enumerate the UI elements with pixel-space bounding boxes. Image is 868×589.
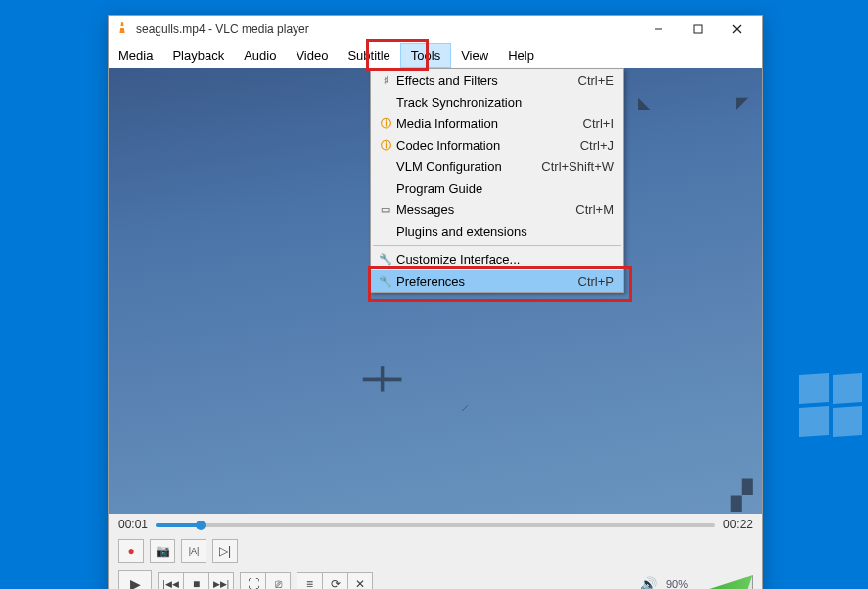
volume-slider[interactable] [698,575,753,589]
play-button[interactable]: ▶ [118,570,152,589]
menu-subtitle[interactable]: Subtitle [338,43,399,68]
main-controls: ▶ |◀◀ ■ ▶▶| ⛶ ⎚ ≡ ⟳ ✕ 🔊 90% [109,566,762,589]
menu-program-guide[interactable]: Program Guide [371,177,623,199]
menu-preferences[interactable]: 🔧 Preferences Ctrl+P [371,270,623,292]
vlc-window: seagulls.mp4 - VLC media player Media Pl… [108,15,763,589]
menu-audio[interactable]: Audio [234,43,286,68]
info-icon: ⓘ [375,138,396,153]
menu-vlm-config[interactable]: VLM Configuration Ctrl+Shift+W [371,156,623,177]
mute-icon[interactable]: 🔊 [640,576,657,589]
video-content: ⟋ [459,401,471,415]
menubar: Media Playback Audio Video Subtitle Tool… [109,43,762,68]
menu-codec-info[interactable]: ⓘ Codec Information Ctrl+J [371,134,623,156]
stop-button[interactable]: ■ [183,572,208,589]
menu-customize-interface[interactable]: 🔧 Customize Interface... [371,249,623,270]
playlist-button[interactable]: ≡ [297,572,322,589]
menu-track-sync[interactable]: Track Synchronization [371,91,623,113]
snapshot-button[interactable]: 📷 [150,539,175,563]
extended-settings-button[interactable]: ⎚ [265,572,291,589]
menu-media[interactable]: Media [109,43,162,68]
menu-video[interactable]: Video [286,43,338,68]
loop-point-button[interactable]: |A| [181,539,206,563]
window-title: seagulls.mp4 - VLC media player [136,23,639,36]
video-content: ▞ [731,479,753,512]
menu-playback[interactable]: Playback [162,43,234,68]
menu-media-info[interactable]: ⓘ Media Information Ctrl+I [371,113,623,134]
loop-button[interactable]: ⟳ [322,572,347,589]
video-content: ◣ [638,93,650,112]
menu-messages[interactable]: ▭ Messages Ctrl+M [371,199,623,220]
previous-button[interactable]: |◀◀ [158,572,183,589]
advanced-controls: ● 📷 |A| ▷| [109,535,762,566]
seek-row: 00:01 00:22 [109,514,762,535]
maximize-button[interactable] [678,18,717,41]
titlebar: seagulls.mp4 - VLC media player [109,16,762,43]
video-content: ◤ [736,93,748,112]
minimize-button[interactable] [639,18,678,41]
vlc-cone-icon [114,22,130,37]
record-button[interactable]: ● [118,539,144,563]
svg-rect-1 [694,25,702,33]
shuffle-button[interactable]: ✕ [347,572,373,589]
next-button[interactable]: ▶▶| [208,572,234,589]
wrench-icon: 🔧 [375,275,396,288]
fullscreen-button[interactable]: ⛶ [240,572,265,589]
sliders-icon: ♯ [375,74,396,87]
tools-dropdown: ♯ Effects and Filters Ctrl+E Track Synch… [370,68,624,293]
wrench-icon: 🔧 [375,253,396,266]
menu-tools[interactable]: Tools [400,43,451,68]
seek-slider[interactable] [156,520,715,529]
info-icon: ⓘ [375,116,396,131]
windows-logo [799,374,868,442]
messages-icon: ▭ [375,204,396,216]
menu-plugins[interactable]: Plugins and extensions [371,220,623,242]
menu-view[interactable]: View [451,43,498,68]
menu-help[interactable]: Help [498,43,544,68]
menu-effects-filters[interactable]: ♯ Effects and Filters Ctrl+E [371,69,623,91]
menu-separator [373,245,621,246]
time-total[interactable]: 00:22 [723,518,753,531]
frame-step-button[interactable]: ▷| [212,539,238,563]
video-content: ━╋━ [363,367,401,392]
close-button[interactable] [717,18,756,41]
time-elapsed[interactable]: 00:01 [118,518,148,531]
volume-label: 90% [666,578,688,589]
